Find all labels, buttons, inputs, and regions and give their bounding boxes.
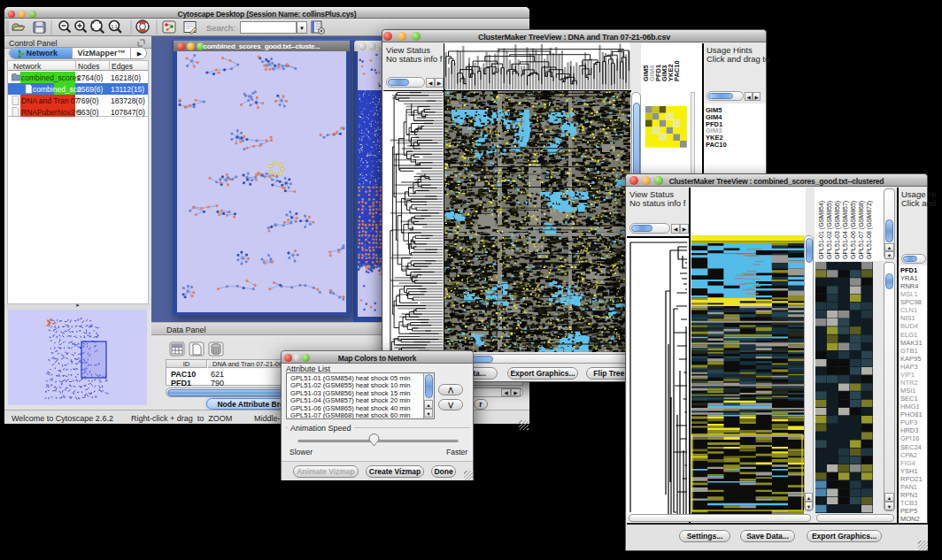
svg-text:1:1: 1:1 <box>112 24 118 29</box>
